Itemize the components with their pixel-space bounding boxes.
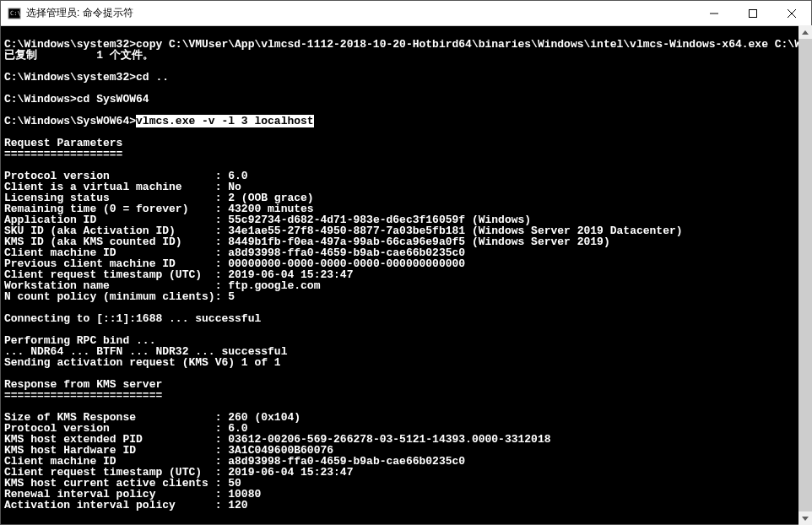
terminal-output[interactable]: C:\Windows\system32>copy C:\VMUser\App\v… [1, 26, 811, 524]
terminal-line: C:\Windows\SysWOW64>vlmcs.exe -v -l 3 lo… [4, 115, 314, 127]
scrollbar-thumb[interactable] [798, 39, 812, 511]
terminal-line: N count policy (minimum clients): 5 [4, 290, 235, 303]
close-button[interactable] [772, 1, 811, 25]
scrollbar[interactable] [798, 25, 812, 525]
terminal-line: Connecting to [::1]:1688 ... successful [4, 312, 261, 325]
maximize-button[interactable] [734, 1, 772, 25]
terminal-line: C:\Windows>cd SysWOW64 [4, 93, 149, 106]
titlebar[interactable]: C:\ 选择管理员: 命令提示符 [1, 1, 811, 26]
terminal-line: Sending activation request (KMS V6) 1 of… [4, 356, 281, 369]
scroll-up-button[interactable] [798, 25, 812, 39]
svg-rect-3 [750, 9, 757, 17]
cmd-window: C:\ 选择管理员: 命令提示符 C:\Windows\system32>cop… [0, 0, 812, 525]
minimize-button[interactable] [695, 1, 734, 25]
terminal-line: ================== [4, 148, 122, 160]
cmd-icon: C:\ [8, 7, 21, 20]
svg-marker-6 [802, 30, 809, 35]
terminal-line: 已复制 1 个文件。 [4, 49, 154, 62]
svg-marker-7 [802, 517, 809, 521]
highlighted-command: vlmcs.exe -v -l 3 localhost [136, 115, 314, 127]
terminal-line: Activation interval policy : 120 [4, 499, 248, 511]
window-controls [695, 1, 811, 25]
window-title: 选择管理员: 命令提示符 [26, 6, 695, 20]
scroll-down-button[interactable] [798, 511, 812, 525]
svg-text:C:\: C:\ [10, 10, 21, 17]
terminal-line: C:\Windows\system32>cd .. [4, 71, 169, 84]
terminal-line: ======================== [4, 389, 162, 402]
scrollbar-track[interactable] [798, 39, 812, 511]
